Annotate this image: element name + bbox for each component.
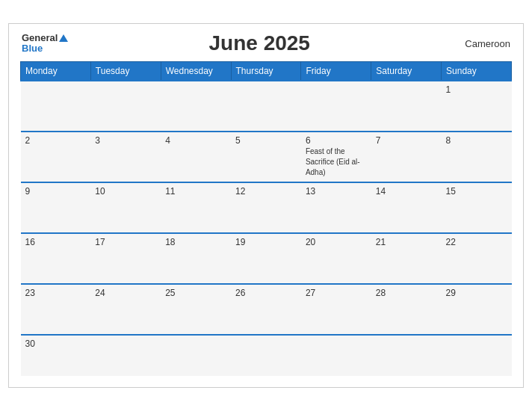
calendar-title: June 2025 [68,31,451,55]
day-number: 12 [235,186,297,197]
day-cell: 17 [90,233,161,284]
day-number: 1 [446,84,507,95]
day-cell [161,81,231,132]
week-row-1: 23456Feast of the Sacrifice (Eid al-Adha… [21,132,512,182]
day-cell: 9 [21,182,91,233]
day-number: 24 [95,288,156,298]
country-name: Cameroon [451,38,510,49]
day-cell: 8 [442,132,512,182]
week-row-4: 23242526272829 [21,284,512,335]
calendar-table: Monday Tuesday Wednesday Thursday Friday… [20,61,512,376]
day-number: 6 [306,135,367,146]
day-number: 8 [446,135,507,146]
day-cell [442,335,512,376]
day-cell: 20 [301,233,371,284]
day-number: 9 [25,186,87,197]
calendar: General Blue June 2025 Cameroon Monday T… [8,23,524,388]
day-cell: 19 [231,233,301,284]
day-cell [231,335,301,376]
day-cell: 30 [21,335,91,376]
week-row-3: 16171819202122 [21,233,512,284]
logo-blue-text: Blue [22,43,68,54]
day-cell: 7 [371,132,442,182]
day-number: 26 [235,288,297,298]
day-number: 27 [306,288,367,298]
day-number: 16 [25,237,87,247]
day-number: 23 [25,288,87,298]
day-number: 30 [25,339,87,349]
day-cell: 29 [442,284,512,335]
day-cell: 4 [161,132,231,182]
week-row-5: 30 [21,335,512,376]
day-cell [301,81,371,132]
day-cell: 27 [301,284,371,335]
day-cell: 12 [231,182,301,233]
day-cell: 14 [371,182,442,233]
day-number: 21 [376,237,437,247]
header-thursday: Thursday [231,62,301,81]
header-monday: Monday [21,62,91,81]
day-cell [161,335,231,376]
day-number: 2 [25,135,87,146]
day-cell: 10 [90,182,161,233]
day-cell: 2 [21,132,91,182]
day-number: 20 [306,237,367,247]
day-cell: 15 [442,182,512,233]
day-cell: 26 [231,284,301,335]
day-number: 25 [165,288,226,298]
day-cell: 23 [21,284,91,335]
day-cell: 6Feast of the Sacrifice (Eid al-Adha) [301,132,371,182]
day-number: 15 [446,186,507,197]
day-number: 19 [235,237,297,247]
logo: General Blue [22,33,68,55]
day-cell [371,335,442,376]
day-cell: 25 [161,284,231,335]
event-text: Feast of the Sacrifice (Eid al-Adha) [306,147,360,176]
day-cell: 13 [301,182,371,233]
header-friday: Friday [301,62,371,81]
day-number: 17 [95,237,156,247]
header-wednesday: Wednesday [161,62,231,81]
calendar-header: General Blue June 2025 Cameroon [20,31,512,55]
day-cell: 1 [442,81,512,132]
day-number: 5 [235,135,297,146]
day-number: 29 [446,288,507,298]
day-cell [371,81,442,132]
week-row-0: 1 [21,81,512,132]
logo-general-text: General [22,33,68,43]
day-number: 7 [376,135,437,146]
day-number: 28 [376,288,437,298]
day-cell: 24 [90,284,161,335]
day-cell [231,81,301,132]
day-cell: 11 [161,182,231,233]
weekday-header-row: Monday Tuesday Wednesday Thursday Friday… [21,62,512,81]
day-number: 14 [376,186,437,197]
day-cell [90,81,161,132]
day-number: 22 [446,237,507,247]
day-cell: 18 [161,233,231,284]
day-cell: 16 [21,233,91,284]
day-number: 10 [95,186,156,197]
day-cell: 22 [442,233,512,284]
day-number: 3 [95,135,156,146]
header-sunday: Sunday [442,62,512,81]
day-cell: 21 [371,233,442,284]
day-cell [301,335,371,376]
day-cell [21,81,91,132]
header-tuesday: Tuesday [90,62,161,81]
day-number: 18 [165,237,226,247]
week-row-2: 9101112131415 [21,182,512,233]
day-cell: 3 [90,132,161,182]
day-number: 13 [306,186,367,197]
day-cell: 5 [231,132,301,182]
day-number: 11 [165,186,226,197]
day-cell [90,335,161,376]
day-number: 4 [165,135,226,146]
header-saturday: Saturday [371,62,442,81]
logo-triangle-icon [59,34,68,42]
day-cell: 28 [371,284,442,335]
